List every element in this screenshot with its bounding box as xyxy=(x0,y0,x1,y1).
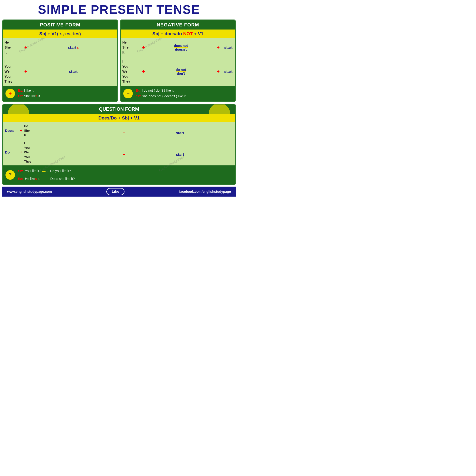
neg-plus-1b: + xyxy=(215,45,222,50)
aux-does: Does xyxy=(5,129,18,133)
q-example-1: Ex: You like it. ––→ Do you like it? xyxy=(18,167,233,175)
positive-formula: Sbj + V1(-s,-es,-ies) xyxy=(3,30,117,38)
negative-examples: – Ex: I do not ( don't ) like it. Ex: Sh… xyxy=(121,86,235,101)
semicircle-right xyxy=(209,104,230,114)
neg-verb-1: does notdoesn't xyxy=(147,42,215,53)
question-header: QUESTION FORM xyxy=(3,104,235,114)
neg-plus-2b: + xyxy=(215,69,222,74)
question-form-box: QUESTION FORM Does/Do + Sbj + V1 English… xyxy=(2,104,236,186)
question-badge: ? xyxy=(5,170,15,180)
semicircle-left xyxy=(8,104,29,114)
q-verb-2: start xyxy=(127,153,233,157)
aux-do: Do xyxy=(5,150,18,154)
neg-subjects-2: IYouWeYouThey xyxy=(121,57,140,86)
question-right-col: + start + start xyxy=(119,122,235,165)
minus-badge: – xyxy=(123,89,133,98)
positive-form-box: POSITIVE FORM Sbj + V1(-s,-es,-ies) Engl… xyxy=(2,19,118,102)
negative-formula: Sbj + does/do NOT + V1 xyxy=(121,30,235,38)
neg-plus-1: + xyxy=(140,45,147,50)
question-table: English Study Page English Study Page Do… xyxy=(3,122,235,165)
subjects-he-she-it: HeSheIt xyxy=(3,38,22,57)
question-result-2: + start xyxy=(119,144,235,165)
footer-left: www.englishstudypage.com xyxy=(7,190,52,193)
negative-example-text: Ex: I do not ( don't ) like it. Ex: She … xyxy=(136,88,187,99)
subjects-you-we-they: IYouWeYouThey xyxy=(3,57,22,86)
question-formula: Does/Do + Sbj + V1 xyxy=(3,114,235,122)
negative-row-2: IYouWeYouThey + do notdon't + start xyxy=(121,57,235,86)
positive-examples: + Ex: I like it. Ex: She likes it. xyxy=(3,86,117,101)
q-plus-r2: + xyxy=(121,152,127,157)
footer-right: facebook.com/englishstudypage xyxy=(179,190,231,193)
like-button[interactable]: Like xyxy=(106,188,124,195)
question-does-row: Does + HeSheIt xyxy=(3,122,119,139)
q-verb-1: start xyxy=(127,131,233,135)
main-title: SIMPLE PRESENT TENSE xyxy=(0,0,238,18)
neg-plus-2: + xyxy=(140,69,147,74)
positive-row-1: HeSheIt + starts xyxy=(3,38,117,57)
question-result-1: + start xyxy=(119,122,235,144)
plus-sign-2: + xyxy=(22,69,29,74)
plus-sign-1: + xyxy=(22,45,29,50)
plus-badge: + xyxy=(5,89,15,98)
q-subjects-2: IYouWeYouThey xyxy=(24,141,117,164)
q-plus-2: + xyxy=(18,150,24,155)
question-header-label: QUESTION FORM xyxy=(99,106,139,112)
negative-row-1: HeSheIt + does notdoesn't + start xyxy=(121,38,235,57)
negative-form-box: NEGATIVE FORM Sbj + does/do NOT + V1 Eng… xyxy=(120,19,236,102)
question-do-row: Do + IYouWeYouThey xyxy=(3,139,119,165)
negative-header: NEGATIVE FORM xyxy=(121,20,235,30)
neg-result-1: start xyxy=(222,44,235,51)
neg-subjects-1: HeSheIt xyxy=(121,38,140,57)
positive-row-2: IYouWeYouThey + start xyxy=(3,57,117,86)
q-plus-r1: + xyxy=(121,130,127,136)
neg-result-2: start xyxy=(222,68,235,75)
verb-start: start xyxy=(29,68,117,75)
positive-header: POSITIVE FORM xyxy=(3,20,117,30)
question-example-content: Ex: You like it. ––→ Do you like it? Ex:… xyxy=(18,167,233,183)
positive-example-text: Ex: I like it. Ex: She likes it. xyxy=(18,88,41,99)
footer: www.englishstudypage.com Like facebook.c… xyxy=(2,187,236,197)
q-plus-1: + xyxy=(18,128,24,133)
q-example-2: Ex: He likes it. ––→ Does she like it? xyxy=(18,175,233,183)
neg-verb-2: do notdon't xyxy=(147,67,215,77)
q-subjects-1: HeSheIt xyxy=(24,124,117,138)
question-examples: ? Ex: You like it. ––→ Do you like it? E… xyxy=(3,165,235,185)
question-left-col: Does + HeSheIt Do + IYouWeYouThey xyxy=(3,122,119,165)
verb-starts: starts xyxy=(29,44,117,51)
